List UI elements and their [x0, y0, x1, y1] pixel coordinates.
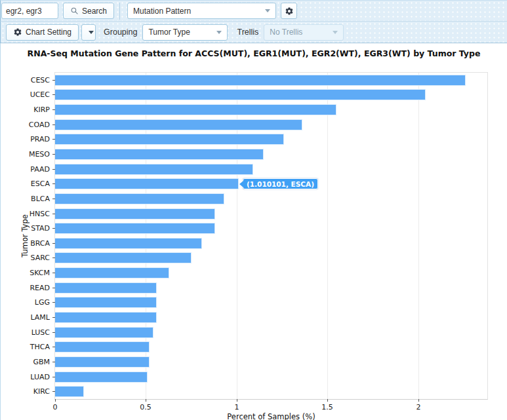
y-axis-label: THCA: [30, 343, 50, 351]
bar[interactable]: [55, 134, 284, 145]
bar[interactable]: [55, 252, 192, 263]
bar[interactable]: [55, 75, 466, 86]
search-icon: [70, 7, 79, 15]
chevron-down-icon: [333, 31, 338, 34]
chart-setting-label: Chart Setting: [26, 28, 71, 37]
y-axis-label: SKCM: [30, 269, 50, 277]
y-axis-tick: [52, 124, 55, 125]
y-axis-label: BLCA: [31, 195, 50, 203]
y-axis-label: KIRC: [33, 387, 50, 396]
toolbar-separator: [119, 3, 120, 20]
y-axis-label: LUAD: [30, 373, 50, 381]
y-axis-label: MESO: [29, 150, 50, 159]
y-axis-label: LUSC: [31, 328, 50, 337]
y-axis-label: STAD: [31, 224, 50, 233]
grouping-select[interactable]: Tumor Type: [142, 24, 228, 41]
trellis-label: Trellis: [237, 28, 258, 37]
chart-title: RNA-Seq Mutation Gene Pattern for ACCS(M…: [1, 48, 507, 58]
y-axis-label: UCEC: [30, 90, 50, 99]
tooltip: (1.010101, ESCA): [243, 178, 318, 189]
x-axis-tick: [418, 399, 419, 402]
y-axis-tick: [52, 243, 55, 244]
grouping-select-value: Tumor Type: [148, 28, 190, 37]
bar[interactable]: [55, 149, 264, 160]
y-axis-label: CESC: [31, 76, 50, 85]
y-axis-label: LGG: [35, 298, 50, 307]
plot-area: Tumor Type Percent of Samples (%) (1.010…: [54, 72, 488, 400]
gear-icon: [13, 28, 22, 37]
y-axis-label: COAD: [29, 121, 50, 129]
bar[interactable]: [55, 356, 150, 368]
search-button-label: Search: [82, 7, 107, 16]
bar[interactable]: [55, 372, 148, 383]
y-axis-label: SARC: [31, 254, 51, 262]
y-axis-tick: [52, 169, 55, 170]
bar[interactable]: [55, 327, 153, 338]
y-axis-tick: [52, 80, 55, 81]
y-axis-tick: [52, 362, 55, 362]
x-axis-tick: [237, 399, 237, 402]
mutation-pattern-select[interactable]: Mutation Pattern: [127, 3, 276, 19]
bar[interactable]: [55, 282, 157, 294]
bar[interactable]: [55, 267, 169, 278]
y-axis-tick: [52, 288, 55, 288]
y-axis-label: LAML: [30, 313, 50, 322]
gridline: [327, 73, 328, 399]
bar[interactable]: [55, 178, 239, 189]
search-button[interactable]: Search: [63, 3, 114, 19]
x-axis-tick-label: 2: [416, 403, 421, 411]
y-axis-tick: [52, 109, 55, 110]
y-axis-tick: [52, 258, 55, 258]
bar[interactable]: [55, 119, 302, 130]
x-axis-tick: [327, 399, 328, 402]
y-axis-tick: [52, 317, 55, 318]
y-axis-tick: [52, 94, 55, 95]
toolbar-row-2: Chart Setting Grouping Tumor Type Trelli…: [0, 22, 507, 43]
x-axis-tick: [55, 399, 56, 402]
y-axis-label: PRAD: [30, 135, 50, 143]
settings-button[interactable]: [281, 3, 297, 19]
tooltip-text: (1.010101, ESCA): [247, 180, 314, 188]
x-axis-tick-label: 1.5: [321, 403, 333, 411]
mutation-pattern-value: Mutation Pattern: [133, 7, 191, 16]
bar[interactable]: [55, 104, 336, 115]
chart-setting-dropdown-button[interactable]: [81, 24, 96, 41]
y-axis-label: READ: [30, 284, 50, 292]
y-axis-label: HNSC: [30, 210, 50, 218]
gridline: [418, 73, 419, 399]
y-axis-tick: [52, 154, 55, 155]
x-axis-tick-label: 0: [53, 403, 58, 411]
bar[interactable]: [55, 208, 215, 220]
y-axis-tick: [52, 214, 55, 214]
y-axis-label: KIRP: [33, 105, 50, 114]
chart-panel: RNA-Seq Mutation Gene Pattern for ACCS(M…: [0, 43, 507, 420]
toolbar-row-1: Search Mutation Pattern: [0, 0, 507, 22]
y-axis-tick: [52, 377, 55, 377]
bar[interactable]: [55, 341, 150, 353]
trellis-select: No Trellis: [264, 24, 344, 41]
bar[interactable]: [55, 193, 224, 204]
y-axis-tick: [52, 332, 55, 333]
y-axis-label: BRCA: [30, 239, 50, 248]
x-axis-tick: [146, 399, 146, 402]
y-axis-tick: [52, 391, 55, 392]
y-axis-tick: [52, 273, 55, 273]
search-input[interactable]: [1, 3, 58, 19]
bar[interactable]: [55, 164, 253, 175]
y-axis-tick: [52, 183, 55, 184]
grouping-label: Grouping: [104, 28, 137, 37]
chart-setting-button[interactable]: Chart Setting: [6, 24, 79, 41]
bar[interactable]: [55, 312, 157, 323]
bar[interactable]: [55, 297, 157, 308]
chevron-down-icon: [89, 31, 94, 34]
x-axis-title: Percent of Samples (%): [227, 412, 315, 420]
bar[interactable]: [55, 386, 84, 397]
tooltip-arrow-icon: [239, 181, 243, 187]
bar[interactable]: [55, 238, 202, 249]
gear-icon: [285, 7, 294, 16]
bar[interactable]: [55, 223, 215, 234]
bar[interactable]: [55, 89, 426, 100]
y-axis-tick: [52, 199, 55, 199]
y-axis-label: PAAD: [30, 165, 50, 174]
x-axis-tick-label: 1: [235, 403, 239, 411]
